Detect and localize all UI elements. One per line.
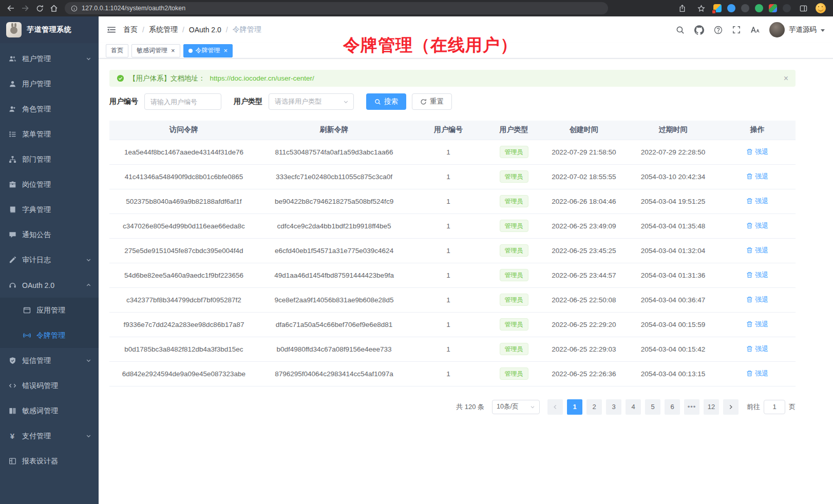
reset-button-label: 重置 [430,97,444,106]
tab-sensitive-word[interactable]: 敏感词管理× [131,44,180,57]
user-id-cell: 1 [410,337,487,361]
github-icon[interactable] [694,25,704,35]
extension-icon-green[interactable] [755,4,763,12]
sidebar-item-oauth2[interactable]: OAuth 2.0 [0,273,99,298]
search-icon[interactable] [676,26,685,34]
expire-time-cell: 2054-03-10 20:42:34 [627,164,719,189]
home-button[interactable] [47,2,61,14]
extension-icon-badged[interactable] [713,4,722,12]
tab-close-icon[interactable]: × [224,47,228,54]
chevron-right-icon [728,404,734,410]
breadcrumb-item[interactable]: 首页 [123,25,138,34]
sidebar-item-oauth2-token[interactable]: 令牌管理 [0,323,99,348]
extension-icon-dark[interactable] [741,4,749,12]
goto-label: 前往 [747,402,760,412]
user-type-badge: 管理员 [500,170,528,183]
doc-link[interactable]: https://doc.iocoder.cn/user-center/ [210,74,314,82]
goto-page-input[interactable] [764,400,785,414]
user-avatar [769,22,785,37]
site-info-icon[interactable] [71,5,78,12]
back-button[interactable] [4,2,17,14]
address-bar[interactable]: 127.0.0.1:1024/system/oauth2/token [65,2,608,14]
extensions-puzzle-icon[interactable] [769,4,777,12]
user-id-cell: 1 [410,214,487,238]
share-icon[interactable] [675,2,689,14]
extension-icon-blue[interactable] [727,4,735,12]
sidebar-item-error-code[interactable]: 错误码管理 [0,373,99,398]
page-more-button[interactable]: ••• [684,399,699,415]
force-logout-button[interactable]: 强退 [746,344,768,354]
user-id-cell: 1 [410,287,487,312]
next-page-button[interactable] [723,399,739,415]
prev-page-button[interactable] [547,399,563,415]
sidebar-item-sensitive-word[interactable]: 敏感词管理 [0,398,99,423]
tab-home[interactable]: 首页 [106,44,128,57]
force-logout-button[interactable]: 强退 [746,172,768,181]
breadcrumb-item[interactable]: OAuth 2.0 [189,26,221,34]
user-menu[interactable]: 芋道源码 [769,22,825,37]
alert-close-icon[interactable]: × [784,74,788,83]
fullscreen-icon[interactable] [732,26,741,34]
force-logout-button[interactable]: 强退 [746,221,768,230]
sidebar-item-menu[interactable]: 菜单管理 [0,122,99,147]
sidebar-item-sms[interactable]: 短信管理 [0,348,99,373]
help-icon[interactable] [714,26,723,34]
sidebar-item-dict[interactable]: 字典管理 [0,197,99,222]
pagination-total: 共 120 条 [456,402,484,412]
font-size-icon[interactable] [750,26,760,34]
actions-cell: 强退 [720,238,796,263]
refresh-icon [420,99,427,105]
page-button-2[interactable]: 2 [586,399,602,415]
sidebar-item-report-designer[interactable]: 报表设计器 [0,449,99,474]
tab-close-icon[interactable]: × [171,47,175,54]
split-view-icon[interactable] [797,2,810,14]
force-logout-button[interactable]: 强退 [746,197,768,206]
user-type-select[interactable]: 请选择用户类型 [269,93,354,110]
page-button-4[interactable]: 4 [626,399,641,415]
reload-button[interactable] [33,2,46,14]
page-button-5[interactable]: 5 [645,399,660,415]
page-button-3[interactable]: 3 [606,399,621,415]
create-time-cell: 2022-07-29 21:58:50 [541,140,627,164]
edit-icon [8,256,16,264]
sidebar-item-role[interactable]: 角色管理 [0,96,99,122]
app-logo[interactable]: 芋道管理系统 [0,16,99,43]
signal-icon [23,332,31,340]
page-size-select[interactable]: 10条/页 [492,400,540,414]
sidebar-item-dept[interactable]: 部门管理 [0,147,99,172]
force-logout-button[interactable]: 强退 [746,320,768,329]
sidebar-fold-icon[interactable] [107,26,116,34]
sidebar-item-user[interactable]: 用户管理 [0,71,99,96]
force-logout-button[interactable]: 强退 [746,246,768,255]
sidebar-item-post[interactable]: 岗位管理 [0,172,99,197]
user-type-filter: 用户类型 请选择用户类型 [234,93,354,110]
search-button[interactable]: 搜索 [366,93,406,110]
user-type-badge: 管理员 [500,367,528,380]
force-logout-button[interactable]: 强退 [746,369,768,378]
app-title: 芋道管理系统 [27,25,71,34]
bookmark-star-icon[interactable] [694,2,708,14]
expire-time-cell: 2022-07-29 22:28:50 [627,140,719,164]
reset-button[interactable]: 重置 [412,93,452,110]
breadcrumb-item[interactable]: 系统管理 [149,25,178,34]
user-id-input[interactable] [144,93,221,110]
sidebar-item-pay[interactable]: ¥ 支付管理 [0,423,99,449]
forward-button[interactable] [18,2,32,14]
sidebar-item-notice[interactable]: 通知公告 [0,222,99,247]
page-button-6[interactable]: 6 [665,399,680,415]
force-logout-button[interactable]: 强退 [746,147,768,157]
sidebar-item-oauth2-app[interactable]: 应用管理 [0,298,99,323]
force-logout-button[interactable]: 强退 [746,270,768,280]
sidebar-item-tenant[interactable]: 租户管理 [0,46,99,71]
tab-oauth2-token[interactable]: 令牌管理× [183,44,233,57]
page-button-1[interactable]: 1 [567,399,582,415]
extension-icon-dark2[interactable] [783,4,791,12]
tab-label: 敏感词管理 [137,46,167,55]
sidebar-item-label: 审计日志 [22,256,51,265]
user-type-cell: 管理员 [487,189,541,214]
page-button-12[interactable]: 12 [704,399,719,415]
trash-icon [746,345,753,352]
browser-profile-avatar[interactable] [816,3,826,13]
sidebar-item-audit-log[interactable]: 审计日志 [0,247,99,273]
force-logout-button[interactable]: 强退 [746,295,768,304]
